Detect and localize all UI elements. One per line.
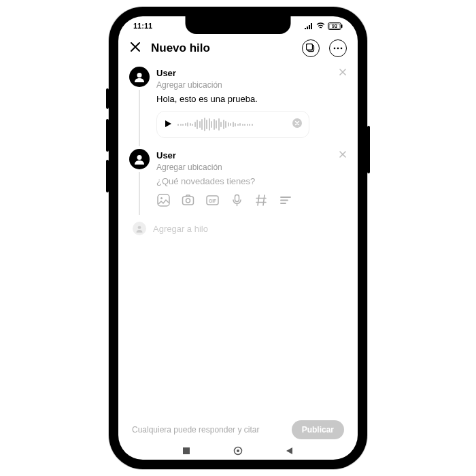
add-location[interactable]: Agregar ubicación [156, 163, 347, 172]
svg-text:GIF: GIF [209, 198, 216, 203]
svg-rect-12 [158, 194, 169, 206]
svg-point-7 [337, 48, 339, 50]
avatar-small [133, 222, 146, 235]
remove-post-icon[interactable] [339, 67, 347, 79]
delete-voice-icon[interactable] [292, 118, 302, 131]
poll-icon[interactable] [279, 193, 292, 207]
voice-note[interactable] [156, 111, 309, 138]
svg-point-19 [138, 226, 141, 229]
nav-back-icon[interactable] [285, 446, 294, 456]
add-location[interactable]: Agregar ubicación [156, 80, 347, 90]
side-button [106, 88, 109, 109]
svg-point-22 [237, 449, 239, 452]
header: Nuevo hilo [118, 35, 358, 64]
content: User Agregar ubicación Hola, esto es una… [118, 64, 358, 411]
signal-icon [305, 22, 313, 29]
image-icon[interactable] [156, 193, 170, 207]
svg-point-11 [137, 155, 142, 160]
power-button [367, 126, 370, 173]
notch [186, 16, 291, 34]
svg-point-15 [186, 199, 190, 203]
volume-up-button [106, 119, 109, 152]
svg-point-9 [137, 73, 142, 78]
svg-rect-20 [183, 447, 190, 454]
svg-rect-5 [307, 44, 313, 50]
remove-post-icon[interactable] [339, 149, 347, 161]
android-nav [118, 446, 358, 456]
close-icon[interactable] [129, 41, 141, 56]
play-icon[interactable] [164, 118, 172, 131]
status-time: 11:11 [133, 22, 152, 30]
gif-icon[interactable]: GIF [205, 193, 219, 207]
phone-frame: 11:11 93 Nuevo hilo [109, 7, 367, 469]
username[interactable]: User [156, 150, 339, 160]
waveform [177, 117, 287, 132]
mic-icon[interactable] [230, 193, 243, 207]
add-to-thread[interactable]: Agregar a hilo [129, 222, 347, 235]
svg-rect-18 [235, 194, 239, 201]
svg-point-6 [334, 48, 336, 50]
svg-rect-2 [341, 24, 343, 28]
camera-icon[interactable] [181, 193, 194, 207]
composer-toolbar: GIF [156, 193, 347, 207]
post-text[interactable]: Hola, esto es una prueba. [156, 94, 347, 104]
hashtag-icon[interactable] [254, 193, 268, 207]
thread-post: User Agregar ubicación ¿Qué novedades ti… [129, 149, 347, 215]
avatar[interactable] [129, 149, 150, 169]
thread-post: User Agregar ubicación Hola, esto es una… [129, 67, 347, 146]
more-button[interactable] [329, 39, 347, 57]
nav-recent-icon[interactable] [182, 446, 191, 456]
page-title: Nuevo hilo [151, 41, 292, 55]
reply-settings[interactable]: Cualquiera puede responder y citar [132, 425, 285, 435]
add-to-thread-label: Agregar a hilo [153, 224, 208, 234]
svg-text:93: 93 [332, 24, 337, 29]
svg-point-13 [160, 197, 163, 199]
avatar[interactable] [129, 67, 150, 87]
svg-rect-14 [182, 197, 193, 205]
thread-line [139, 90, 140, 146]
battery-icon: 93 [328, 22, 343, 30]
drafts-button[interactable] [302, 39, 320, 57]
username[interactable]: User [156, 68, 339, 78]
publish-button[interactable]: Publicar [292, 420, 344, 439]
volume-down-button [106, 160, 109, 192]
nav-home-icon[interactable] [233, 446, 243, 456]
thread-line [139, 172, 140, 215]
svg-point-8 [341, 48, 343, 50]
wifi-icon [316, 22, 325, 29]
composer-input[interactable]: ¿Qué novedades tienes? [156, 176, 347, 186]
